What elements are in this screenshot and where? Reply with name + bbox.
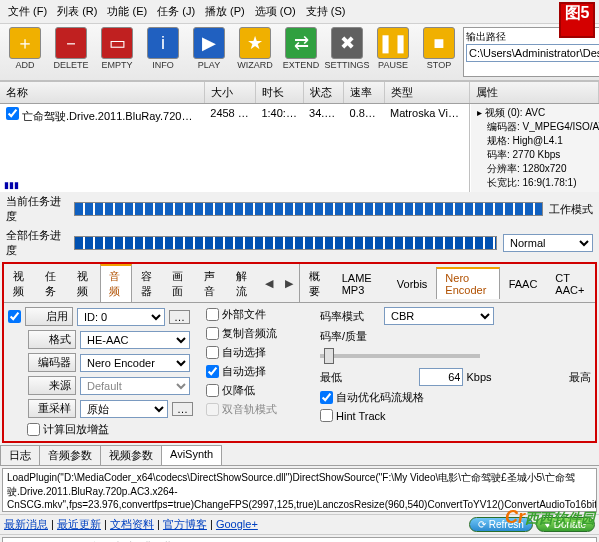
left-tabstrip: 视频任务视频音频容器画面声音解流◀▶ (4, 264, 300, 303)
bottom-tab[interactable]: 音频参数 (39, 445, 101, 465)
right-tab[interactable]: FAAC (500, 274, 547, 293)
col-status[interactable]: 状态 (304, 82, 345, 103)
file-list-header: 名称 大小 时长 状态 速率 类型 (0, 81, 470, 104)
ratemode-select[interactable]: CBR (384, 307, 494, 325)
wizard-button[interactable]: ★WIZARD (233, 27, 277, 70)
auto-optimize-checkbox[interactable] (320, 391, 333, 404)
format-label: 格式 (28, 330, 76, 349)
option-checkbox (206, 403, 219, 416)
prop-bitrate: 码率: 2770 Kbps (475, 148, 595, 162)
table-row[interactable]: 亡命驾驶.Drive.2011.BluRay.720p.AC3… 2458 MB… (0, 104, 469, 127)
news-link[interactable]: 官方博客 (163, 518, 207, 530)
option-label: 双音轨模式 (222, 402, 277, 417)
news-link[interactable]: Google+ (216, 518, 258, 530)
right-tab[interactable]: CT AAC+ (546, 268, 595, 299)
menu-item[interactable]: 文件 (F) (4, 2, 51, 21)
option-label: 仅降低 (222, 383, 255, 398)
add-button[interactable]: ＋ADD (3, 27, 47, 70)
stop-button[interactable]: ■STOP (417, 27, 461, 70)
id-select[interactable]: ID: 0 (77, 308, 165, 326)
file-list[interactable]: 亡命驾驶.Drive.2011.BluRay.720p.AC3… 2458 MB… (0, 104, 470, 192)
format-select[interactable]: HE-AAC (80, 331, 190, 349)
source-select[interactable]: Default (80, 377, 190, 395)
bottom-tab[interactable]: 日志 (0, 445, 40, 465)
left-tab[interactable]: 声音 (195, 265, 227, 302)
pause-icon: ❚❚ (377, 27, 409, 59)
left-tab[interactable]: 容器 (132, 265, 164, 302)
right-tab[interactable]: LAME MP3 (333, 268, 388, 299)
wizard-icon: ★ (239, 27, 271, 59)
prop-aspect: 长宽比: 16:9(1.78:1) (475, 176, 595, 190)
col-name[interactable]: 名称 (0, 82, 205, 103)
tab-scroll-arrow-icon[interactable]: ◀ (259, 275, 279, 292)
resample-label: 重采样 (28, 399, 76, 418)
option-checkbox[interactable] (206, 327, 219, 340)
left-tab[interactable]: 音频 (100, 264, 132, 302)
menu-item[interactable]: 选项 (O) (251, 2, 300, 21)
left-tab[interactable]: 画面 (163, 265, 195, 302)
row-filename: 亡命驾驶.Drive.2011.BluRay.720p.AC3… (22, 110, 204, 122)
left-tab[interactable]: 视频 (68, 265, 100, 302)
hint-track-checkbox[interactable] (320, 409, 333, 422)
empty-icon: ▭ (101, 27, 133, 59)
option-checkbox[interactable] (206, 365, 219, 378)
left-tab[interactable]: 视频 (4, 265, 36, 302)
menu-item[interactable]: 任务 (J) (153, 2, 199, 21)
menu-item[interactable]: 支持 (S) (302, 2, 350, 21)
tab-scroll-arrow-icon[interactable]: ▶ (279, 275, 299, 292)
menu-item[interactable]: 列表 (R) (53, 2, 101, 21)
auto-optimize-label: 自动优化码流规格 (336, 390, 424, 405)
bottom-tab[interactable]: AviSynth (161, 445, 222, 465)
ratemode-label: 码率模式 (320, 309, 380, 324)
col-duration[interactable]: 时长 (256, 82, 304, 103)
menu-item[interactable]: 功能 (E) (103, 2, 151, 21)
play-icon: ▶ (193, 27, 225, 59)
enable-checkbox[interactable] (8, 310, 21, 323)
news-link[interactable]: 最近更新 (57, 518, 101, 530)
col-type[interactable]: 类型 (385, 82, 470, 103)
left-tab[interactable]: 任务 (36, 265, 68, 302)
row-checkbox[interactable] (6, 107, 19, 120)
properties-header-row: 属性 (470, 81, 599, 104)
option-label: 复制音频流 (222, 326, 277, 341)
enable-label: 启用 (25, 307, 73, 326)
workmode-label: 工作模式 (549, 202, 593, 217)
col-size[interactable]: 大小 (205, 82, 256, 103)
quality-slider[interactable] (320, 354, 480, 358)
settings-button[interactable]: ✖SETTINGS (325, 27, 369, 70)
right-tab[interactable]: Vorbis (388, 274, 437, 293)
right-tab[interactable]: 概要 (300, 265, 333, 302)
resample-select[interactable]: 原始 (80, 400, 168, 418)
row-rate: 0.89X (344, 106, 384, 125)
encoder-settings-panel: 视频任务视频音频容器画面声音解流◀▶ 概要LAME MP3VorbisNero … (2, 262, 597, 443)
news-link[interactable]: 文档资料 (110, 518, 154, 530)
empty-button[interactable]: ▭EMPTY (95, 27, 139, 70)
prop-encoder: 编码器: V_MPEG4/ISO/AVC (475, 120, 595, 134)
browse-button[interactable]: … (169, 310, 190, 324)
toolbar: ＋ADD－DELETE▭EMPTYiINFO▶PLAY★WIZARD⇄EXTEN… (0, 24, 599, 81)
workmode-select[interactable]: Normal (503, 234, 593, 252)
option-checkbox[interactable] (206, 384, 219, 397)
info-button[interactable]: iINFO (141, 27, 185, 70)
col-rate[interactable]: 速率 (344, 82, 385, 103)
encoder-select[interactable]: Nero Encoder (80, 354, 190, 372)
output-path-input[interactable] (466, 44, 599, 62)
news-link[interactable]: 最新消息 (4, 518, 48, 530)
delete-button[interactable]: －DELETE (49, 27, 93, 70)
row-size: 2458 MB (204, 106, 255, 125)
calc-gain-checkbox[interactable] (27, 423, 40, 436)
bottom-tab[interactable]: 视频参数 (100, 445, 162, 465)
resample-more-button[interactable]: … (172, 402, 193, 416)
pause-button[interactable]: ❚❚PAUSE (371, 27, 415, 70)
right-tab[interactable]: Nero Encoder (436, 267, 499, 299)
menu-item[interactable]: 播放 (P) (201, 2, 249, 21)
play-button[interactable]: ▶PLAY (187, 27, 231, 70)
option-checkbox[interactable] (206, 346, 219, 359)
extend-button[interactable]: ⇄EXTEND (279, 27, 323, 70)
avisynth-script-box[interactable]: LoadPlugin("D:\MediaCoder_x64\codecs\Dir… (2, 468, 597, 512)
left-tab[interactable]: 解流 (227, 265, 259, 302)
bitrate-input[interactable] (419, 368, 463, 386)
news-box[interactable]: [V师网] vjshi.com - 视频素材免费下载[04-24] 为Media… (2, 537, 597, 542)
col-properties[interactable]: 属性 (470, 82, 599, 103)
option-checkbox[interactable] (206, 308, 219, 321)
